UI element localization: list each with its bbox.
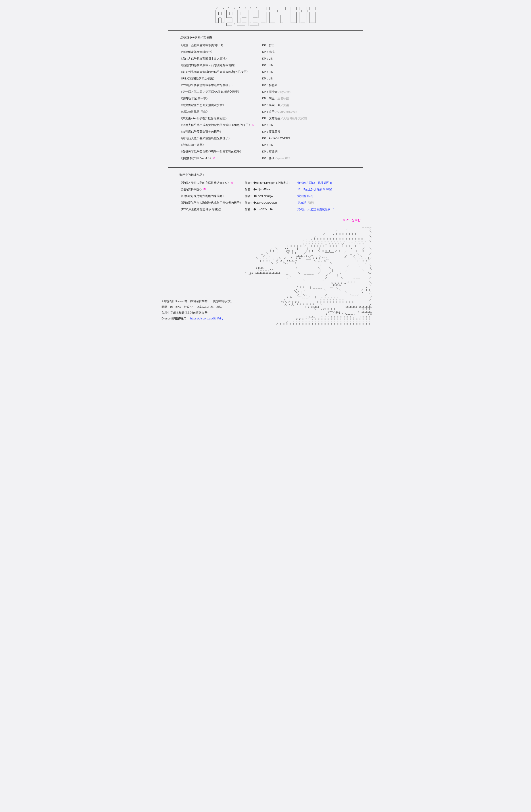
table-row: 《第一屆／第二屆／第三屆AA同好棒球交流賽》KP：深潛者／KyChen bbox=[179, 89, 352, 95]
table-row: 《怠惰杯國王遊戲》KP：LIN bbox=[179, 142, 352, 148]
author-cell: 作者：◆uTi5mKIV6rpm (小梅太夫) bbox=[245, 179, 296, 186]
table-row: 《亞魯夫似乎轉生成為黃油遊戲的反派DLC角色的樣子》※KP：LIN bbox=[179, 122, 352, 128]
author-cell: 作者：◆xqs6E2kxUA bbox=[245, 206, 296, 213]
table-row: 《德齊魯歐似乎想要支援魔法少女》KP：高粱一夢／黃粱一 bbox=[179, 102, 352, 108]
author-cell: 作者：◆r7VaLNsuQ4Ei bbox=[245, 193, 296, 200]
table-row: 《愛德蒙似乎在大海賊時代成為了復仇者的樣子》作者：◆2sRGUbBO9j2n[第… bbox=[179, 200, 352, 206]
chapter-note: 初翻 bbox=[308, 201, 314, 204]
chapter-link[interactable]: [愛知篇 15-9] bbox=[296, 193, 352, 200]
work-title[interactable]: 《怠惰杯國王遊戲》 bbox=[179, 142, 262, 148]
r18-note: ※R18を含む bbox=[157, 218, 360, 222]
kp-alias: ／黃粱一 bbox=[280, 103, 292, 107]
box1-bottom-border bbox=[168, 165, 363, 168]
discord-label: Discord群組傳送門： bbox=[162, 317, 189, 320]
table-row: 《異說．亞種中聖杯戰爭異聞Ⅰ／Ⅱ》KP：剪刀 bbox=[179, 42, 352, 49]
kp-cell: KP：藍風天澄 bbox=[262, 128, 352, 135]
chapter-link[interactable]: [奇妙的共闘12－戰後處理4] bbox=[296, 179, 352, 186]
kp-cell: KP：剪刀 bbox=[262, 42, 352, 49]
table-row: 《錫洛哈拉風雲 序曲》KP：虛子／GodAfterSeven bbox=[179, 108, 352, 115]
work-title[interactable]: 《異說．亞種中聖杯戰爭異聞Ⅰ／Ⅱ》 bbox=[179, 42, 262, 49]
kp-alias: ／KyChen bbox=[278, 90, 291, 93]
completed-heading: 已完結的AA安科／安價團： bbox=[179, 35, 352, 39]
box1-top-border bbox=[168, 30, 363, 33]
discord-info: AA同好會 Discord群 歡迎諸位加群！ 開放在線安價、 開團、跑TRPG、… bbox=[162, 299, 237, 321]
table-row: 《亡蝶似乎要在聖杯戰爭中追求光的樣子》KP：梅特羅 bbox=[179, 82, 352, 89]
discord-line1: AA同好會 Discord群 歡迎諸位加群！ 開放在線安價、 bbox=[162, 299, 237, 304]
work-title[interactable]: 《RE:從頭開始的零之使魔》 bbox=[179, 75, 262, 82]
chapter-link[interactable]: [第4話 人必定會消滅怪異！] bbox=[296, 206, 352, 213]
completed-table: 《異說．亞種中聖杯戰爭異聞Ⅰ／Ⅱ》KP：剪刀《螺旋劍豪與大海賊時代》KP：赤流《… bbox=[179, 42, 352, 162]
work-title[interactable]: 《梅普露似乎要蒐集寶物的樣子》 bbox=[179, 128, 262, 135]
kp-cell: KP：LIN bbox=[262, 55, 352, 62]
table-row: 《梅普露似乎要蒐集寶物的樣子》KP：藍風天澄 bbox=[179, 128, 352, 135]
kp-cell: KP：LIN bbox=[262, 69, 352, 75]
table-row: 《無盡的戰鬥塔 Ver 4.0》※KP：醬油／qazoo012 bbox=[179, 155, 352, 162]
work-title[interactable]: 《亡蝶似乎要在聖杯戰爭中追求光的樣子》 bbox=[179, 82, 262, 89]
kp-cell: KP：文茄先生／天地明絶寺:文武茄 bbox=[262, 115, 352, 122]
kp-cell: KP：LIN bbox=[262, 62, 352, 69]
kp-cell: KP：深潛者／KyChen bbox=[262, 89, 352, 95]
work-title[interactable]: 《螺旋劍豪與大海賊時代》 bbox=[179, 49, 262, 55]
table-row: 《譚复生alter似乎在异世界拯救祖国》KP：文茄先生／天地明絶寺:文武茄 bbox=[179, 115, 352, 122]
work-title[interactable]: 《安價／安科決定的克蘇魯神話TRPG》※ bbox=[179, 179, 245, 186]
r18-mark: ※ bbox=[251, 123, 254, 127]
work-title[interactable]: 《無盡的戰鬥塔 Ver 4.0》※ bbox=[179, 155, 262, 162]
kp-cell: KP：虛子／GodAfterSeven bbox=[262, 108, 352, 115]
work-title[interactable]: 《亞魯歐好像是地方馬娘的練馬師》 bbox=[179, 193, 245, 200]
ascii-logo: ___ ___ ___ ___ ___ ___ ___ ___ ___ ___ … bbox=[157, 4, 374, 26]
translations-heading: 進行中的翻譯作品： bbox=[179, 173, 352, 177]
kp-cell: KP：萌王／王者帕茲 bbox=[262, 95, 352, 102]
work-title[interactable]: 《錫洛哈拉風雲 序曲》 bbox=[179, 108, 262, 115]
table-row: 《FGO原創從者歷史傳承再現記》作者：◆xqs6E2kxUA[第4話 人必定會消… bbox=[179, 206, 352, 213]
discord-line3: 各種生吞劇本和難以名狀的投骰姿勢 bbox=[162, 310, 237, 316]
work-title[interactable]: 《病嬌們的戀愛頭腦戰－我想讓她對我告白》 bbox=[179, 62, 262, 69]
kp-cell: KP：赤流 bbox=[262, 49, 352, 55]
kp-cell: KP：AKIKO LOVERS bbox=[262, 135, 352, 142]
table-row: 《亞魯歐好像是地方馬娘的練馬師》作者：◆r7VaLNsuQ4Ei[愛知篇 15-… bbox=[179, 193, 352, 200]
r18-mark: ※ bbox=[203, 188, 206, 191]
author-cell: 作者：◆c4jamEIeac bbox=[245, 186, 296, 193]
kp-cell: KP：LIN bbox=[262, 142, 352, 148]
work-title[interactable]: 《FGO原創從者歷史傳承再現記》 bbox=[179, 206, 245, 213]
work-title[interactable]: 《愛德蒙似乎在大海賊時代成為了復仇者的樣子》 bbox=[179, 200, 245, 206]
kp-cell: KP：梅特羅 bbox=[262, 82, 352, 89]
work-title[interactable]: 《第一屆／第二屆／第三屆AA同好棒球交流賽》 bbox=[179, 89, 262, 95]
kp-cell: KP：高粱一夢／黃粱一 bbox=[262, 102, 352, 108]
kp-alias: ／qazoo012 bbox=[275, 157, 290, 160]
kp-alias: ／天地明絶寺:文武茄 bbox=[280, 117, 307, 120]
table-row: 《螺旋劍豪與大海賊時代》KP：赤流 bbox=[179, 49, 352, 55]
kp-cell: KP：LIN bbox=[262, 75, 352, 82]
chapter-link[interactable]: [12 P的上升方法真簡單啊] bbox=[296, 186, 352, 193]
work-title[interactable]: 《德齊魯歐似乎想要支援魔法少女》 bbox=[179, 102, 262, 108]
discord-line2: 開團、跑TRPG、討論AA、分享咕咕心得、表演 bbox=[162, 304, 237, 310]
r18-mark: ※ bbox=[230, 181, 233, 184]
box2-bottom-border bbox=[168, 215, 363, 217]
table-row: 《御板美琴似乎要在聖杯戰爭中為愛而戰的樣子》KP：石破鋼 bbox=[179, 148, 352, 155]
table-row: 《我的安科學院r》※作者：◆c4jamEIeac[12 P的上升方法真簡單啊] bbox=[179, 186, 352, 193]
completed-list-box: 已完結的AA安科／安價團： 《異說．亞種中聖杯戰爭異聞Ⅰ／Ⅱ》KP：剪刀《螺旋劍… bbox=[168, 33, 363, 165]
table-row: 《彭哥列兄弟在大海賊時代似乎在當冒險家(?)的樣子》KP：LIN bbox=[179, 69, 352, 75]
translations-table: 《安價／安科決定的克蘇魯神話TRPG》※作者：◆uTi5mKIV6rpm (小梅… bbox=[179, 179, 352, 213]
work-title[interactable]: 《御板美琴似乎要在聖杯戰爭中為愛而戰的樣子》 bbox=[179, 148, 262, 155]
kp-cell: KP：LIN bbox=[262, 122, 352, 128]
table-row: 《病嬌們的戀愛頭腦戰－我想讓她對我告白》KP：LIN bbox=[179, 62, 352, 69]
work-title[interactable]: 《蘿莉仙人似乎要來靈靈島觀光的樣子》 bbox=[179, 135, 262, 142]
kp-cell: KP：醬油／qazoo012 bbox=[262, 155, 352, 162]
work-title[interactable]: 《亞魯夫似乎轉生成為黃油遊戲的反派DLC角色的樣子》※ bbox=[179, 122, 262, 128]
author-cell: 作者：◆2sRGUbBO9j2n bbox=[245, 200, 296, 206]
work-title[interactable]: 《泉此方似乎想在戰國日本出人頭地》 bbox=[179, 55, 262, 62]
work-title[interactable]: 《彭哥列兄弟在大海賊時代似乎在當冒險家(?)的樣子》 bbox=[179, 69, 262, 75]
work-title[interactable]: 《凜與地下城 第一季》 bbox=[179, 95, 262, 102]
r18-mark: ※ bbox=[212, 157, 215, 160]
table-row: 《RE:從頭開始的零之使魔》KP：LIN bbox=[179, 75, 352, 82]
table-row: 《蘿莉仙人似乎要來靈靈島觀光的樣子》KP：AKIKO LOVERS bbox=[179, 135, 352, 142]
kp-alias: ／王者帕茲 bbox=[275, 97, 289, 100]
work-title[interactable]: 《譚复生alter似乎在异世界拯救祖国》 bbox=[179, 115, 262, 122]
translations-box: 進行中的翻譯作品： 《安價／安科決定的克蘇魯神話TRPG》※作者：◆uTi5mK… bbox=[168, 170, 363, 215]
work-title[interactable]: 《我的安科學院r》※ bbox=[179, 186, 245, 193]
chapter-link[interactable]: [第35話] 初翻 bbox=[296, 200, 352, 206]
discord-link[interactable]: https://discord.gg/SbtPdry bbox=[190, 317, 223, 320]
kp-cell: KP：石破鋼 bbox=[262, 148, 352, 155]
kp-alias: ／GodAfterSeven bbox=[275, 110, 297, 113]
table-row: 《安價／安科決定的克蘇魯神話TRPG》※作者：◆uTi5mKIV6rpm (小梅… bbox=[179, 179, 352, 186]
